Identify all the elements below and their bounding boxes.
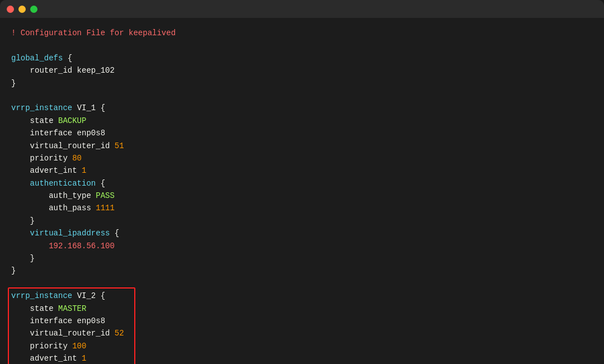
comment-line: ! Configuration File for keepalived <box>11 27 593 39</box>
minimize-button[interactable] <box>18 6 26 13</box>
vrrp2-advert: advert_int 1 <box>11 352 134 364</box>
vrrp2-vrid: virtual_router_id 52 <box>11 327 134 339</box>
blank-line-2 <box>11 89 593 102</box>
vrrp1-auth-open: authentication { <box>11 177 593 190</box>
vrrp1-auth-close: } <box>11 215 593 227</box>
vrrp1-vrid: virtual_router_id 51 <box>11 140 593 152</box>
blank-line-1 <box>11 39 593 51</box>
vrrp2-state: state MASTER <box>11 302 134 315</box>
vrrp2-open: vrrp_instance VI_2 { <box>11 290 134 302</box>
router-id-line: router_id keep_102 <box>11 64 593 77</box>
close-button[interactable] <box>7 6 14 13</box>
title-bar <box>0 0 604 18</box>
code-area: ! Configuration File for keepalived glob… <box>0 18 604 364</box>
vrrp2-priority: priority 100 <box>11 340 134 352</box>
vrrp1-priority: priority 80 <box>11 152 593 164</box>
vrrp1-auth-type: auth_type PASS <box>11 190 593 202</box>
vrrp1-vip-open: virtual_ipaddress { <box>11 227 593 239</box>
vrrp1-vip: 192.168.56.100 <box>11 240 593 252</box>
vrrp1-vip-close: } <box>11 252 593 264</box>
maximize-button[interactable] <box>30 6 37 13</box>
vrrp2-interface: interface enp0s8 <box>11 315 134 327</box>
global-defs-open: global_defs { <box>11 52 593 64</box>
vrrp1-auth-pass: auth_pass 1111 <box>11 202 593 214</box>
global-defs-close: } <box>11 77 593 89</box>
vrrp1-open: vrrp_instance VI_1 { <box>11 102 593 114</box>
blank-line-3 <box>11 277 593 290</box>
vrrp1-interface: interface enp0s8 <box>11 127 593 139</box>
vrrp1-advert: advert_int 1 <box>11 164 593 177</box>
vrrp1-close: } <box>11 264 593 277</box>
vrrp1-state: state BACKUP <box>11 115 593 127</box>
terminal-window: ! Configuration File for keepalived glob… <box>0 0 604 364</box>
